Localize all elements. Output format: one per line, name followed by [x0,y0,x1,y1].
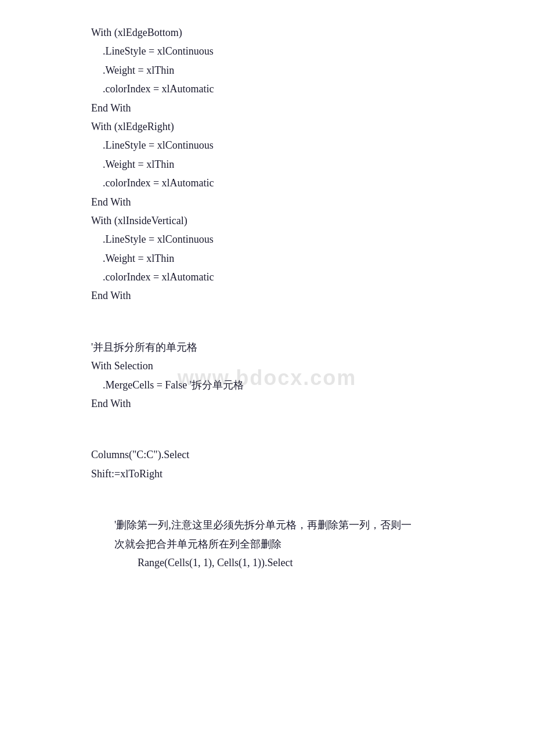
code-block: With (xlEdgeBottom) .LineStyle = xlConti… [0,23,534,572]
code-line-range-cells: Range(Cells(1, 1), Cells(1, 1)).Select [91,553,443,572]
blank-line-3 [91,413,443,429]
blank-line-6 [91,499,443,516]
code-line-linestyle-3: .LineStyle = xlContinuous [91,230,443,249]
code-line-with-xledgebottom: With (xlEdgeBottom) [91,23,443,42]
code-line-end-with-2: End With [91,193,443,211]
code-line-linestyle-1: .LineStyle = xlContinuous [91,42,443,60]
code-line-columns-select: Columns("C:C").Select [91,445,443,464]
code-line-with-xledgeright: With (xlEdgeRight) [91,117,443,136]
code-line-mergecells: .MergeCells = False '拆分单元格 [91,376,443,394]
code-line-weight-2: .Weight = xlThin [91,155,443,174]
code-line-weight-3: .Weight = xlThin [91,249,443,268]
code-line-shift: Shift:=xlToRight [91,465,443,483]
code-line-end-with-1: End With [91,99,443,117]
code-line-comment-delete: '删除第一列,注意这里必须先拆分单元格，再删除第一列，否则一次就会把合并单元格所… [91,516,443,553]
code-line-colorindex-2: .colorIndex = xlAutomatic [91,174,443,192]
blank-line-1 [91,305,443,322]
code-line-end-with-4: End With [91,394,443,413]
code-line-weight-1: .Weight = xlThin [91,61,443,80]
blank-line-2 [91,322,443,338]
code-line-comment-split: '并且拆分所有的单元格 [91,338,443,357]
code-line-with-xlinsidevertical: With (xlInsideVertical) [91,211,443,230]
comment-delete-text: '删除第一列,注意这里必须先拆分单元格，再删除第一列，否则一次就会把合并单元格所… [114,519,412,549]
code-line-with-selection: With Selection [91,357,443,375]
code-line-linestyle-2: .LineStyle = xlContinuous [91,136,443,154]
code-line-colorindex-1: .colorIndex = xlAutomatic [91,80,443,98]
page-container: www.bdocx.com With (xlEdgeBottom) .LineS… [0,0,534,756]
blank-line-4 [91,429,443,445]
blank-line-5 [91,483,443,499]
code-line-colorindex-3: .colorIndex = xlAutomatic [91,268,443,286]
code-line-end-with-3: End With [91,286,443,305]
